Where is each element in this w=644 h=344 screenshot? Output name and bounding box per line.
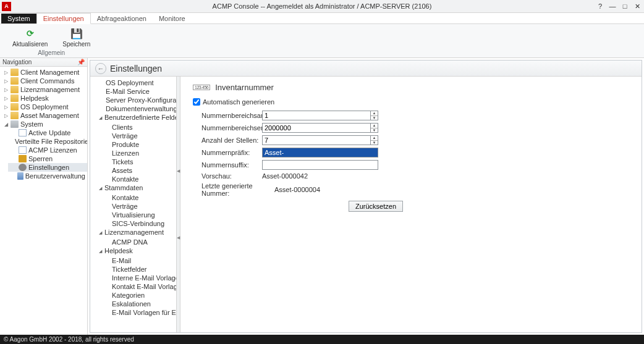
- chevron-left-icon: ◀: [177, 235, 180, 240]
- range-end-input[interactable]: [262, 123, 370, 133]
- pin-icon[interactable]: 📌: [77, 59, 85, 65]
- tree-kontakte2[interactable]: Kontakte: [100, 193, 172, 202]
- tree-tickets[interactable]: Tickets: [100, 157, 172, 166]
- tree-server-proxy[interactable]: Server Proxy-Konfiguration: [94, 96, 172, 104]
- titlebar: A ACMP Console -- Angemeldet als Adminis…: [0, 0, 644, 13]
- ribbon: ⟳ Aktualisieren 💾 Speichern Allgemein: [0, 24, 644, 58]
- help-icon[interactable]: ?: [596, 2, 604, 10]
- preview-value: Asset-0000042: [262, 172, 308, 180]
- restore-icon[interactable]: □: [621, 2, 629, 10]
- tree-helpdesk[interactable]: Helpdesk: [94, 246, 172, 256]
- nav-system[interactable]: ◢System: [0, 120, 87, 128]
- navigation-pane: Navigation 📌 ▷Client Management ▷Client …: [0, 58, 88, 335]
- last-number-value: Asset-0000004: [274, 186, 320, 193]
- footer: © Aagon GmbH 2002 - 2018, all rights res…: [0, 335, 644, 344]
- last-number-label: Letzte generierte Nummer:: [201, 182, 274, 197]
- reset-button[interactable]: Zurücksetzen: [349, 201, 403, 212]
- tree-os-deployment[interactable]: OS Deployment: [94, 78, 172, 87]
- nav-acmp-lizenzen[interactable]: ACMP Lizenzen: [8, 146, 87, 154]
- nav-benutzerverwaltung[interactable]: Benutzerverwaltung: [8, 172, 87, 180]
- navigation-tree: ▷Client Management ▷Client Commands ▷Liz…: [0, 67, 87, 182]
- navigation-title: Navigation: [2, 59, 32, 65]
- range-start-spinner[interactable]: ▲▼: [370, 111, 378, 120]
- range-end-spinner[interactable]: ▲▼: [370, 123, 378, 133]
- digits-spinner[interactable]: ▲▼: [370, 135, 378, 145]
- ribbon-tabs: System Einstellungen Abfrageaktionen Mon…: [0, 13, 644, 24]
- digits-input[interactable]: [262, 135, 370, 145]
- content-title: 123-456 Inventarnummer: [193, 83, 629, 92]
- nav-einstellungen[interactable]: Einstellungen: [8, 163, 87, 172]
- save-icon: 💾: [70, 27, 83, 40]
- nav-lizenzmanagement[interactable]: ▷Lizenzmanagement: [0, 85, 87, 94]
- ribbon-group-allgemein: ⟳ Aktualisieren 💾 Speichern Allgemein: [4, 25, 99, 56]
- range-end-label: Nummernbereichsende:: [201, 124, 262, 132]
- tree-produkte[interactable]: Produkte: [100, 140, 172, 149]
- nav-os-deployment[interactable]: ▷OS Deployment: [0, 103, 87, 111]
- back-button[interactable]: ←: [95, 63, 106, 74]
- window-title: ACMP Console -- Angemeldet als Administr…: [213, 2, 432, 10]
- nav-client-management[interactable]: ▷Client Management: [0, 68, 87, 77]
- content-heading: Inventarnummer: [215, 83, 274, 92]
- tree-lizenzmgmt[interactable]: Lizenzmanagement: [94, 228, 172, 238]
- tab-system[interactable]: System: [1, 14, 36, 23]
- auto-generate-checkbox[interactable]: [193, 98, 200, 106]
- settings-tree-panel: OS Deployment E-Mail Service Server Prox…: [90, 77, 177, 332]
- nav-verteilte-file-repos[interactable]: Verteilte File Repositories: [8, 137, 87, 146]
- ribbon-group-title: Allgemein: [38, 49, 65, 56]
- tree-acmp-dna[interactable]: ACMP DNA: [100, 238, 172, 246]
- tree-email-service[interactable]: E-Mail Service: [94, 87, 172, 96]
- chevron-left-icon: ◀: [177, 169, 180, 174]
- tree-eskalationen[interactable]: Eskalationen: [100, 300, 172, 308]
- minimize-icon[interactable]: —: [608, 2, 617, 10]
- preview-label: Vorschau:: [201, 172, 262, 180]
- nav-helpdesk[interactable]: ▷Helpdesk: [0, 94, 87, 103]
- content-pane: 123-456 Inventarnummer Automatisch gener…: [180, 77, 642, 332]
- app-icon: A: [2, 2, 11, 11]
- nav-client-commands[interactable]: ▷Client Commands: [0, 77, 87, 85]
- prefix-input[interactable]: [262, 148, 378, 157]
- tab-abfrageaktionen[interactable]: Abfrageaktionen: [91, 14, 153, 23]
- settings-title: Einstellungen: [110, 64, 162, 73]
- suffix-input[interactable]: [262, 160, 378, 170]
- tree-kontakt-email[interactable]: Kontakt E-Mail Vorlagen: [100, 282, 172, 291]
- tree-vertraege2[interactable]: Verträge: [100, 202, 172, 211]
- tree-ticketfelder[interactable]: Ticketfelder: [100, 265, 172, 274]
- digits-label: Anzahl der Stellen:: [201, 136, 262, 144]
- nav-sperren[interactable]: Sperren: [8, 154, 87, 163]
- settings-header: ← Einstellungen: [90, 61, 642, 77]
- tab-einstellungen[interactable]: Einstellungen: [36, 13, 91, 24]
- prefix-label: Nummernpräfix:: [201, 149, 262, 156]
- nav-asset-management[interactable]: ▷Asset Management: [0, 111, 87, 120]
- tree-assets[interactable]: Assets: [100, 166, 172, 175]
- tree-stammdaten[interactable]: Stammdaten: [94, 183, 172, 193]
- tree-interne-email[interactable]: Interne E-Mail Vorlagen: [100, 274, 172, 282]
- aktualisieren-button[interactable]: ⟳ Aktualisieren: [7, 25, 53, 49]
- navigation-header: Navigation 📌: [0, 58, 87, 67]
- speichern-button[interactable]: 💾 Speichern: [57, 25, 95, 49]
- content-badge: 123-456: [193, 85, 210, 90]
- tree-lizenzen[interactable]: Lizenzen: [100, 149, 172, 157]
- close-icon[interactable]: ✕: [633, 2, 642, 10]
- tree-kategorien[interactable]: Kategorien: [100, 291, 172, 300]
- auto-generate-label: Automatisch generieren: [203, 98, 274, 106]
- range-start-label: Nummernbereichsanfang:: [201, 112, 262, 119]
- tree-email-vorlagen-esk[interactable]: E-Mail Vorlagen für Eskalationen: [100, 308, 172, 316]
- tree-sics[interactable]: SICS-Verbindung: [100, 219, 172, 228]
- nav-active-update[interactable]: Active Update: [8, 128, 87, 137]
- aktualisieren-label: Aktualisieren: [12, 41, 48, 48]
- range-start-input[interactable]: [262, 111, 370, 120]
- tree-benutzerdef-felder[interactable]: Benutzerdefinierte Felder: [94, 113, 172, 123]
- tree-vertraege[interactable]: Verträge: [100, 132, 172, 140]
- tree-clients[interactable]: Clients: [100, 123, 172, 132]
- speichern-label: Speichern: [62, 41, 90, 48]
- tree-dokumentenverwaltung[interactable]: Dokumentenverwaltung: [94, 104, 172, 113]
- tree-kontakte[interactable]: Kontakte: [100, 175, 172, 183]
- tree-email[interactable]: E-Mail: [100, 256, 172, 265]
- footer-text: © Aagon GmbH 2002 - 2018, all rights res…: [4, 336, 134, 343]
- suffix-label: Nummernsuffix:: [201, 161, 262, 169]
- tab-monitore[interactable]: Monitore: [153, 14, 192, 23]
- refresh-icon: ⟳: [24, 27, 36, 40]
- tree-virtualisierung[interactable]: Virtualisierung: [100, 211, 172, 219]
